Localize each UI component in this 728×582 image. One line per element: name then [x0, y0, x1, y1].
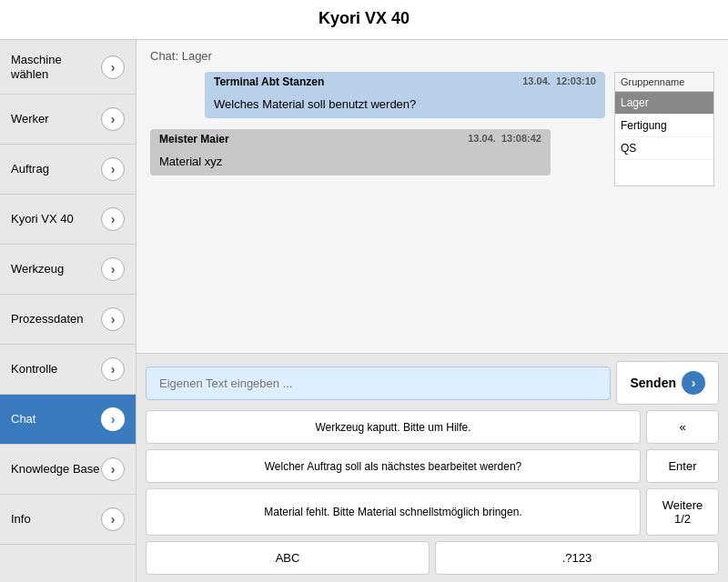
group-item-qs[interactable]: QS: [615, 137, 713, 160]
sidebar-item-auftrag[interactable]: Auftrag ›: [0, 145, 136, 195]
group-selector: Gruppenname Lager Fertigung QS: [614, 72, 714, 186]
page-title: Kyori VX 40: [318, 9, 410, 27]
sidebar-item-knowledge[interactable]: Knowledge Base ›: [0, 445, 136, 495]
quick-row-1: Werkzeug kaputt. Bitte um Hilfe. «: [146, 410, 719, 444]
sidebar-item-chat[interactable]: Chat ›: [0, 395, 136, 445]
num-button[interactable]: .?123: [435, 541, 719, 575]
sidebar-label-prozessdaten: Prozessdaten: [11, 312, 84, 326]
page-header: Kyori VX 40: [0, 0, 728, 40]
sidebar-item-maschine[interactable]: Maschine wählen ›: [0, 40, 136, 95]
bubble-header-outgoing: Terminal Abt Stanzen 13.04. 12:03:10: [205, 72, 605, 92]
sidebar-item-kontrolle[interactable]: Kontrolle ›: [0, 345, 136, 395]
sidebar-label-kontrolle: Kontrolle: [11, 362, 57, 376]
more-button[interactable]: Weitere 1/2: [646, 488, 719, 536]
quick-btn-1[interactable]: Werkzeug kaputt. Bitte um Hilfe.: [146, 410, 641, 444]
sender-outgoing: Terminal Abt Stanzen: [214, 75, 324, 88]
sidebar-label-werker: Werker: [11, 112, 49, 126]
sidebar-label-info: Info: [11, 512, 31, 527]
timestamp-outgoing: 13.04. 12:03:10: [522, 75, 596, 88]
enter-button[interactable]: Enter: [646, 449, 719, 483]
sidebar-chevron-werkzeug: ›: [101, 257, 125, 281]
sidebar-label-chat: Chat: [11, 412, 35, 426]
group-item-lager[interactable]: Lager: [615, 92, 713, 115]
sidebar-chevron-prozessdaten: ›: [101, 307, 125, 331]
chat-label: Chat: Lager: [150, 49, 714, 63]
sidebar: Maschine wählen › Werker › Auftrag › Kyo…: [0, 40, 136, 582]
quick-btn-3[interactable]: Material fehlt. Bitte Material schnellst…: [146, 488, 641, 536]
sidebar-label-maschine: Maschine wählen: [11, 53, 101, 81]
main-layout: Maschine wählen › Werker › Auftrag › Kyo…: [0, 40, 728, 582]
sender-incoming: Meister Maier: [159, 133, 229, 146]
sidebar-item-info[interactable]: Info ›: [0, 495, 136, 545]
sidebar-item-werker[interactable]: Werker ›: [0, 95, 136, 145]
messages-list: Terminal Abt Stanzen 13.04. 12:03:10 Wel…: [150, 72, 605, 186]
sidebar-label-kyori: Kyori VX 40: [11, 212, 74, 226]
bubble-header-incoming: Meister Maier 13.04. 13:08:42: [150, 129, 551, 149]
timestamp-incoming: 13.04. 13:08:42: [468, 133, 541, 146]
sidebar-item-kyori[interactable]: Kyori VX 40 ›: [0, 195, 136, 245]
sidebar-label-knowledge: Knowledge Base: [11, 462, 100, 477]
message-incoming: Meister Maier 13.04. 13:08:42 Material x…: [150, 129, 551, 176]
group-item-fertigung[interactable]: Fertigung: [615, 115, 713, 137]
sidebar-chevron-info: ›: [101, 507, 125, 531]
sidebar-chevron-auftrag: ›: [101, 157, 125, 181]
sidebar-label-werkzeug: Werkzeug: [11, 262, 64, 276]
input-row-main: Senden ›: [146, 361, 719, 405]
message-outgoing: Terminal Abt Stanzen 13.04. 12:03:10 Wel…: [205, 72, 605, 118]
sidebar-item-prozessdaten[interactable]: Prozessdaten ›: [0, 295, 136, 345]
quick-row-2: Welcher Auftrag soll als nächstes bearbe…: [146, 449, 719, 483]
back-button[interactable]: «: [646, 410, 719, 444]
text-input[interactable]: [146, 366, 611, 400]
quick-row-3: Material fehlt. Bitte Material schnellst…: [146, 488, 719, 536]
sidebar-chevron-kontrolle: ›: [101, 357, 125, 381]
chat-container: Chat: Lager Terminal Abt Stanzen 13.04. …: [136, 40, 728, 353]
send-button[interactable]: Senden ›: [616, 361, 719, 405]
sidebar-label-auftrag: Auftrag: [11, 162, 49, 176]
sidebar-chevron-maschine: ›: [101, 55, 125, 79]
sidebar-chevron-chat: ›: [101, 407, 125, 431]
group-header: Gruppenname: [615, 73, 713, 92]
sidebar-chevron-kyori: ›: [101, 207, 125, 231]
sidebar-chevron-werker: ›: [101, 107, 125, 131]
abc-button[interactable]: ABC: [146, 541, 430, 575]
send-chevron-icon: ›: [682, 371, 705, 395]
send-label: Senden: [630, 376, 676, 390]
quick-btn-2[interactable]: Welcher Auftrag soll als nächstes bearbe…: [146, 449, 641, 483]
sidebar-chevron-knowledge: ›: [101, 457, 125, 481]
bubble-body-outgoing: Welches Material soll benutzt werden?: [205, 92, 605, 118]
abc-row: ABC .?123: [146, 541, 719, 575]
chat-messages-area: Terminal Abt Stanzen 13.04. 12:03:10 Wel…: [150, 72, 714, 186]
bubble-body-incoming: Material xyz: [150, 149, 551, 176]
content-area: Chat: Lager Terminal Abt Stanzen 13.04. …: [136, 40, 728, 582]
sidebar-item-werkzeug[interactable]: Werkzeug ›: [0, 245, 136, 295]
input-area: Senden › Werkzeug kaputt. Bitte um Hilfe…: [136, 353, 728, 582]
